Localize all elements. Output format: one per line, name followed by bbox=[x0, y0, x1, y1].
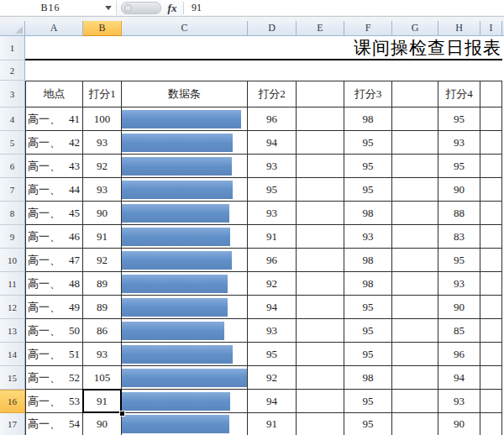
cell-score1-B17[interactable]: 90 bbox=[83, 413, 122, 435]
cell-location-A5[interactable]: 高一、42 bbox=[25, 131, 83, 155]
cell-empty-G6[interactable] bbox=[392, 155, 438, 178]
cell-score2-D16[interactable]: 94 bbox=[248, 390, 297, 413]
cell-empty-I6[interactable] bbox=[480, 155, 502, 178]
cell-empty-G5[interactable] bbox=[392, 131, 438, 155]
cell-location-A12[interactable]: 高一、49 bbox=[25, 296, 83, 319]
row-header-16[interactable]: 16 bbox=[0, 390, 25, 413]
row-header-4[interactable]: 4 bbox=[0, 107, 25, 131]
cell-score1-B6[interactable]: 92 bbox=[83, 155, 122, 178]
cell-location-A16[interactable]: 高一、53 bbox=[25, 390, 83, 413]
cell-empty-E16[interactable] bbox=[297, 390, 344, 413]
cell-databar-C8[interactable] bbox=[122, 202, 248, 225]
cell-score2-D13[interactable]: 93 bbox=[248, 319, 297, 343]
cell-score4-H4[interactable]: 95 bbox=[438, 107, 480, 131]
column-header-D[interactable]: D bbox=[248, 21, 297, 36]
table-header-databar[interactable]: 数据条 bbox=[122, 81, 248, 107]
cell-score2-D15[interactable]: 92 bbox=[248, 366, 297, 390]
cell-empty-I17[interactable] bbox=[480, 413, 502, 435]
cell-empty-E5[interactable] bbox=[297, 131, 344, 155]
cell-databar-C7[interactable] bbox=[122, 178, 248, 202]
cell-empty-I11[interactable] bbox=[480, 272, 502, 296]
row-header-2[interactable]: 2 bbox=[0, 60, 25, 81]
cell-score2-D7[interactable]: 95 bbox=[248, 178, 297, 202]
cell-score1-B7[interactable]: 93 bbox=[83, 178, 122, 202]
cell-score4-H17[interactable]: 90 bbox=[438, 413, 480, 435]
cell-empty-E17[interactable] bbox=[297, 413, 344, 435]
cell-score3-F11[interactable]: 98 bbox=[344, 272, 392, 296]
cell-score2-D11[interactable]: 92 bbox=[248, 272, 297, 296]
cell-score4-H16[interactable]: 93 bbox=[438, 390, 480, 413]
insert-function-button[interactable]: fx bbox=[161, 2, 183, 15]
table-header-score2[interactable]: 打分2 bbox=[248, 81, 297, 107]
cell-score1-B14[interactable]: 93 bbox=[83, 343, 122, 366]
select-all-corner[interactable] bbox=[0, 21, 25, 36]
cell-score1-B5[interactable]: 93 bbox=[83, 131, 122, 155]
column-header-I[interactable]: I bbox=[480, 21, 502, 36]
cell-score3-F12[interactable]: 95 bbox=[344, 296, 392, 319]
cell-score4-H11[interactable]: 93 bbox=[438, 272, 480, 296]
cell-score4-H5[interactable]: 93 bbox=[438, 131, 480, 155]
cell-empty-I9[interactable] bbox=[480, 225, 502, 249]
column-header-C[interactable]: C bbox=[122, 21, 248, 36]
name-box[interactable]: B16 bbox=[0, 1, 101, 15]
cell-databar-C5[interactable] bbox=[122, 131, 248, 155]
cell-score2-D17[interactable]: 91 bbox=[248, 413, 297, 435]
cell-score4-H10[interactable]: 95 bbox=[438, 249, 480, 272]
name-box-dropdown[interactable] bbox=[101, 1, 117, 15]
column-header-A[interactable]: A bbox=[25, 21, 83, 36]
cell-score3-F9[interactable]: 93 bbox=[344, 225, 392, 249]
cell-location-A9[interactable]: 高一、46 bbox=[25, 225, 83, 249]
cell-empty-G16[interactable] bbox=[392, 390, 438, 413]
row-header-7[interactable]: 7 bbox=[0, 178, 25, 202]
cell-score3-F15[interactable]: 98 bbox=[344, 366, 392, 390]
cell-location-A14[interactable]: 高一、51 bbox=[25, 343, 83, 366]
cell-empty-G17[interactable] bbox=[392, 413, 438, 435]
cell-empty-E12[interactable] bbox=[297, 296, 344, 319]
cell-empty-I14[interactable] bbox=[480, 343, 502, 366]
cell-score3-F4[interactable]: 98 bbox=[344, 107, 392, 131]
cell-empty-G13[interactable] bbox=[392, 319, 438, 343]
cell-databar-C16[interactable] bbox=[122, 390, 248, 413]
cell-databar-C12[interactable] bbox=[122, 296, 248, 319]
cell-score1-B15[interactable]: 105 bbox=[83, 366, 122, 390]
cell-databar-C15[interactable] bbox=[122, 366, 248, 390]
cell-empty-I16[interactable] bbox=[480, 390, 502, 413]
cell-location-A17[interactable]: 高一、54 bbox=[25, 413, 83, 435]
table-header-empty-i[interactable] bbox=[480, 81, 502, 107]
cell-empty-E9[interactable] bbox=[297, 225, 344, 249]
cell-score3-F8[interactable]: 98 bbox=[344, 202, 392, 225]
cell-score1-B10[interactable]: 92 bbox=[83, 249, 122, 272]
cell-score1-B16[interactable]: 91 bbox=[83, 390, 122, 413]
cell-empty-I4[interactable] bbox=[480, 107, 502, 131]
cell-empty-E10[interactable] bbox=[297, 249, 344, 272]
cell-score1-B9[interactable]: 91 bbox=[83, 225, 122, 249]
cell-score3-F6[interactable]: 95 bbox=[344, 155, 392, 178]
table-header-location[interactable]: 地点 bbox=[25, 81, 83, 107]
row-header-11[interactable]: 11 bbox=[0, 272, 25, 296]
cell-databar-C9[interactable] bbox=[122, 225, 248, 249]
cell-score3-F5[interactable]: 95 bbox=[344, 131, 392, 155]
cell-databar-C11[interactable] bbox=[122, 272, 248, 296]
cell-score3-F16[interactable]: 95 bbox=[344, 390, 392, 413]
cell-empty-I10[interactable] bbox=[480, 249, 502, 272]
empty-row-cells[interactable] bbox=[25, 60, 504, 81]
cell-location-A13[interactable]: 高一、50 bbox=[25, 319, 83, 343]
cell-location-A15[interactable]: 高一、52 bbox=[25, 366, 83, 390]
cell-score3-F17[interactable]: 95 bbox=[344, 413, 392, 435]
row-header-9[interactable]: 9 bbox=[0, 225, 25, 249]
cell-empty-G15[interactable] bbox=[392, 366, 438, 390]
cell-score4-H15[interactable]: 94 bbox=[438, 366, 480, 390]
column-header-F[interactable]: F bbox=[344, 21, 392, 36]
table-header-score3[interactable]: 打分3 bbox=[344, 81, 392, 107]
row-header-13[interactable]: 13 bbox=[0, 319, 25, 343]
cell-score2-D10[interactable]: 96 bbox=[248, 249, 297, 272]
cell-databar-C10[interactable] bbox=[122, 249, 248, 272]
cell-score4-H9[interactable]: 83 bbox=[438, 225, 480, 249]
cell-empty-G9[interactable] bbox=[392, 225, 438, 249]
cell-empty-E15[interactable] bbox=[297, 366, 344, 390]
cell-empty-E11[interactable] bbox=[297, 272, 344, 296]
column-header-E[interactable]: E bbox=[297, 21, 344, 36]
cell-score1-B11[interactable]: 89 bbox=[83, 272, 122, 296]
cell-location-A6[interactable]: 高一、43 bbox=[25, 155, 83, 178]
cell-score2-D5[interactable]: 94 bbox=[248, 131, 297, 155]
